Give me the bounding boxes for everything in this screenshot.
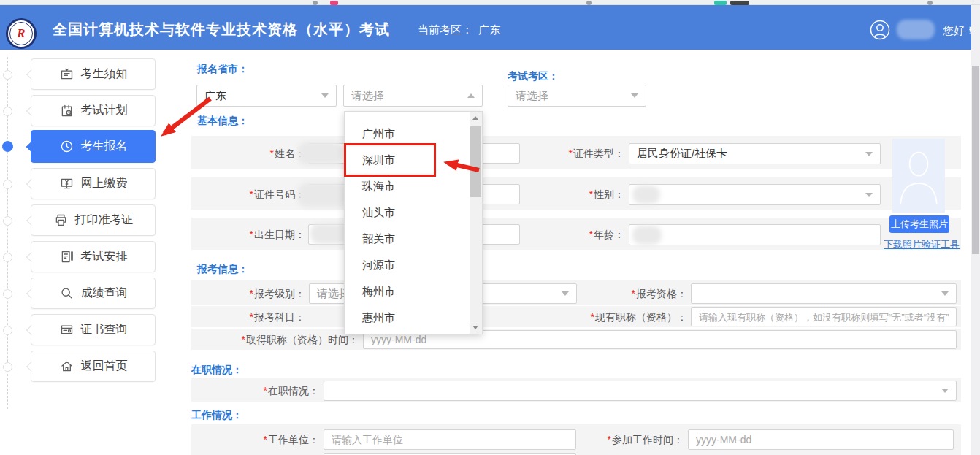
id-type-select[interactable]: 居民身份证/社保卡 xyxy=(629,143,881,164)
timeline-dot xyxy=(3,180,12,189)
id-type-value: 居民身份证/社保卡 xyxy=(637,147,727,161)
logo-emblem: R xyxy=(9,22,33,45)
sidebar-item-label: 考生报名 xyxy=(81,139,128,154)
name-redacted xyxy=(298,142,343,165)
age-label: *年龄： xyxy=(500,229,624,242)
sidebar-item-label: 证书查询 xyxy=(81,322,128,337)
highlight-box-shenzhen xyxy=(344,143,436,177)
sidebar-item-label: 网上缴费 xyxy=(81,176,128,191)
dropdown-scrollbar-thumb[interactable] xyxy=(470,126,481,197)
city-select[interactable]: 请选择 xyxy=(343,85,483,107)
work-start-label: *参加工作时间： xyxy=(559,434,684,447)
sidebar-item-certificate-query[interactable]: 证书查询 xyxy=(31,314,156,345)
chevron-down-icon xyxy=(941,389,949,393)
gender-select[interactable] xyxy=(629,184,881,205)
city-select-placeholder: 请选择 xyxy=(351,89,384,103)
timeline-dot xyxy=(3,362,12,372)
chevron-down-icon xyxy=(321,93,329,98)
age-input[interactable] xyxy=(629,224,881,245)
apply-qualification-label: *报考资格： xyxy=(563,288,687,301)
timeline-dot xyxy=(3,326,12,335)
name-label: *姓名： xyxy=(181,148,305,161)
employment-title: 在职情况： xyxy=(191,364,242,377)
sidebar-item-home[interactable]: 返回首页 xyxy=(31,351,156,382)
sidebar-item-label: 返回首页 xyxy=(81,359,128,374)
obtain-title-time-label: *取得职称（资格）时间： xyxy=(213,334,359,347)
timeline-dot xyxy=(3,216,12,226)
province-select[interactable]: 广东 xyxy=(196,85,337,107)
gender-redacted xyxy=(632,186,660,204)
apply-info-title: 报考信息： xyxy=(197,263,248,276)
sidebar-item-score-query[interactable]: 成绩查询 xyxy=(31,278,156,309)
work-unit-input[interactable] xyxy=(324,429,576,450)
timeline-dot xyxy=(3,289,12,299)
province-section-label: 报名省市： xyxy=(197,63,248,76)
scroll-down-button[interactable] xyxy=(470,321,482,334)
monitor-yen-icon xyxy=(59,176,74,191)
sidebar-item-payment[interactable]: 网上缴费 xyxy=(31,168,156,199)
work-unit-label: *工作单位： xyxy=(195,434,319,447)
id-type-label: *证件类型： xyxy=(500,148,624,161)
sidebar-item-label: 考试计划 xyxy=(81,103,128,118)
birth-date-label: *出生日期： xyxy=(181,229,305,242)
work-start-input[interactable] xyxy=(688,429,954,450)
timeline-dot-active xyxy=(2,141,13,152)
age-redacted xyxy=(632,226,662,245)
user-name-redacted xyxy=(897,20,935,39)
current-title-label: *现有职称（资格）： xyxy=(541,311,687,324)
dropdown-item-meizhou[interactable]: 梅州市 xyxy=(345,278,470,305)
basic-info-title: 基本信息： xyxy=(197,115,248,128)
scroll-up-button[interactable] xyxy=(470,112,482,125)
candidate-photo-placeholder xyxy=(892,139,945,213)
current-region-label: 当前考区： xyxy=(418,23,472,36)
sidebar-item-print-ticket[interactable]: 打印准考证 xyxy=(31,204,156,236)
certificate-card-icon xyxy=(59,322,74,337)
timeline-dot xyxy=(3,253,12,262)
org-logo: R xyxy=(6,18,37,49)
dropdown-item-shaoguan[interactable]: 韶关市 xyxy=(345,226,470,252)
current-region: 当前考区： 广东 xyxy=(418,23,500,37)
chevron-down-icon xyxy=(865,152,873,156)
exam-area-select[interactable]: 请选择 xyxy=(508,85,646,107)
page-title: 全国计算机技术与软件专业技术资格（水平）考试 xyxy=(53,20,390,39)
sidebar-item-notice[interactable]: 考生须知 xyxy=(31,58,156,90)
current-title-input[interactable] xyxy=(691,307,957,326)
exam-area-placeholder: 请选择 xyxy=(516,89,548,103)
dropdown-scrollbar[interactable] xyxy=(470,112,482,334)
dropdown-item-zhuhai[interactable]: 珠海市 xyxy=(345,173,470,199)
sidebar-item-label: 打印准考证 xyxy=(75,213,134,228)
employment-label: *在职情况： xyxy=(195,385,319,398)
document-pencil-icon xyxy=(59,249,74,264)
magnifier-icon xyxy=(59,286,74,301)
sidebar-item-exam-plan[interactable]: 考试计划 xyxy=(31,95,156,126)
employment-select[interactable] xyxy=(324,381,957,401)
home-icon xyxy=(59,359,74,374)
apply-level-label: *报考级别： xyxy=(181,288,305,301)
upload-photo-button[interactable]: 上传考生照片 xyxy=(889,215,949,233)
work-title: 工作情况： xyxy=(191,409,242,422)
timeline-dot xyxy=(3,107,12,116)
chevron-down-icon xyxy=(941,291,949,296)
sidebar-item-exam-arrangement[interactable]: 考试安排 xyxy=(31,241,156,272)
page-scrollbar-thumb[interactable] xyxy=(972,66,979,254)
apply-subject-label: *报考科目： xyxy=(181,311,305,324)
sidebar-item-label: 考试安排 xyxy=(81,249,128,264)
chevron-up-icon xyxy=(467,93,475,98)
printer-icon xyxy=(53,213,69,228)
gender-label: *性别： xyxy=(500,188,624,202)
calendar-clock-icon xyxy=(59,103,74,118)
timeline-dot xyxy=(3,70,12,80)
page-scrollbar[interactable] xyxy=(971,5,980,455)
exam-area-label: 考试考区： xyxy=(508,70,559,83)
notice-board-icon xyxy=(59,66,74,82)
user-avatar-icon[interactable] xyxy=(870,20,890,40)
chevron-down-icon xyxy=(631,93,638,98)
sidebar-item-label: 考生须知 xyxy=(81,66,128,82)
id-number-label: *证件号码： xyxy=(181,188,305,202)
dropdown-item-heyuan[interactable]: 河源市 xyxy=(345,252,470,278)
dropdown-item-huizhou[interactable]: 惠州市 xyxy=(345,305,470,331)
download-photo-tool-link[interactable]: 下载照片验证工具 xyxy=(884,238,960,251)
dropdown-item-shantou[interactable]: 汕头市 xyxy=(345,199,470,226)
apply-qualification-select[interactable] xyxy=(691,283,957,304)
sidebar-item-registration[interactable]: 考生报名 xyxy=(31,130,156,163)
